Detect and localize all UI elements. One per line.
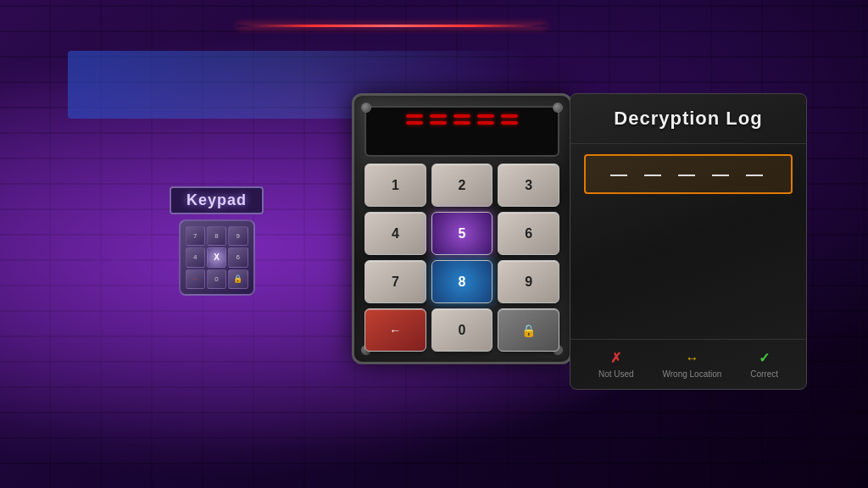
legend-correct: ✓ Correct — [750, 350, 778, 379]
display-dash — [406, 114, 423, 118]
key-1[interactable]: 1 — [364, 164, 426, 207]
small-key-7: 7 — [186, 226, 205, 246]
display-dash — [430, 114, 447, 118]
wrong-icon: ✗ — [610, 350, 621, 366]
small-key-0: 0 — [207, 269, 226, 289]
small-key-4: 4 — [186, 247, 205, 267]
key-7[interactable]: 7 — [364, 260, 426, 303]
keypad-display — [364, 106, 559, 157]
small-keypad-device: 7 8 9 4 X 6 ← 0 🔒 — [179, 219, 255, 296]
display-dash — [406, 121, 423, 125]
legend-wrong-location: ↔ Wrong Location — [663, 351, 722, 379]
key-backspace[interactable]: ← — [364, 308, 426, 352]
log-body — [570, 204, 806, 339]
display-row-1 — [373, 114, 551, 118]
neon-line — [237, 25, 546, 27]
small-key-6: 6 — [228, 247, 248, 267]
key-8[interactable]: 8 — [431, 260, 493, 303]
log-footer: ✗ Not Used ↔ Wrong Location ✓ Correct — [570, 339, 806, 389]
correct-label: Correct — [750, 369, 778, 379]
screw-tr — [553, 103, 563, 113]
log-dash-4: — — [712, 164, 732, 184]
key-3[interactable]: 3 — [498, 164, 559, 207]
small-key-del: ← — [186, 269, 205, 289]
log-input-box: — — — — — — [584, 154, 793, 194]
log-header: Decryption Log — [570, 94, 806, 144]
decryption-log-panel: Decryption Log — — — — — ✗ Not Used ↔ Wr… — [570, 93, 807, 390]
log-dash-1: — — [610, 164, 631, 184]
partial-icon: ↔ — [685, 351, 698, 366]
legend-not-used: ✗ Not Used — [598, 350, 634, 379]
screw-tl — [361, 103, 371, 113]
key-lock[interactable]: 🔒 — [498, 308, 559, 352]
log-dash-5: — — [746, 164, 766, 184]
key-6[interactable]: 6 — [498, 212, 559, 255]
small-key-lock: 🔒 — [228, 269, 248, 289]
key-2[interactable]: 2 — [431, 164, 493, 207]
correct-icon: ✓ — [759, 350, 770, 366]
small-key-x: X — [207, 247, 226, 267]
log-dash-3: — — [678, 164, 698, 184]
display-dash — [501, 114, 518, 118]
log-dash-2: — — [644, 164, 665, 184]
display-dash — [430, 121, 447, 125]
wrong-label: Not Used — [598, 369, 634, 379]
display-dash — [453, 114, 470, 118]
log-input-area: — — — — — — [570, 144, 806, 204]
log-title: Decryption Log — [587, 108, 789, 130]
key-0[interactable]: 0 — [431, 308, 493, 352]
display-dash — [477, 121, 494, 125]
key-4[interactable]: 4 — [364, 212, 426, 255]
partial-label: Wrong Location — [663, 369, 722, 379]
main-keypad-panel: 1 2 3 4 5 6 7 8 9 ← 0 🔒 — [352, 93, 572, 364]
small-key-9: 9 — [228, 226, 248, 246]
small-keypad-container: Keypad 7 8 9 4 X 6 ← 0 🔒 — [170, 186, 264, 296]
key-9[interactable]: 9 — [498, 260, 559, 303]
display-dash — [453, 121, 470, 125]
keypad-label: Keypad — [170, 186, 264, 214]
display-dash — [501, 121, 518, 125]
small-key-8: 8 — [207, 226, 226, 246]
neon-sign — [237, 13, 546, 38]
display-dash — [477, 114, 494, 118]
display-row-2 — [373, 121, 551, 125]
keypad-grid: 1 2 3 4 5 6 7 8 9 ← 0 🔒 — [364, 164, 559, 352]
key-5[interactable]: 5 — [431, 212, 493, 255]
